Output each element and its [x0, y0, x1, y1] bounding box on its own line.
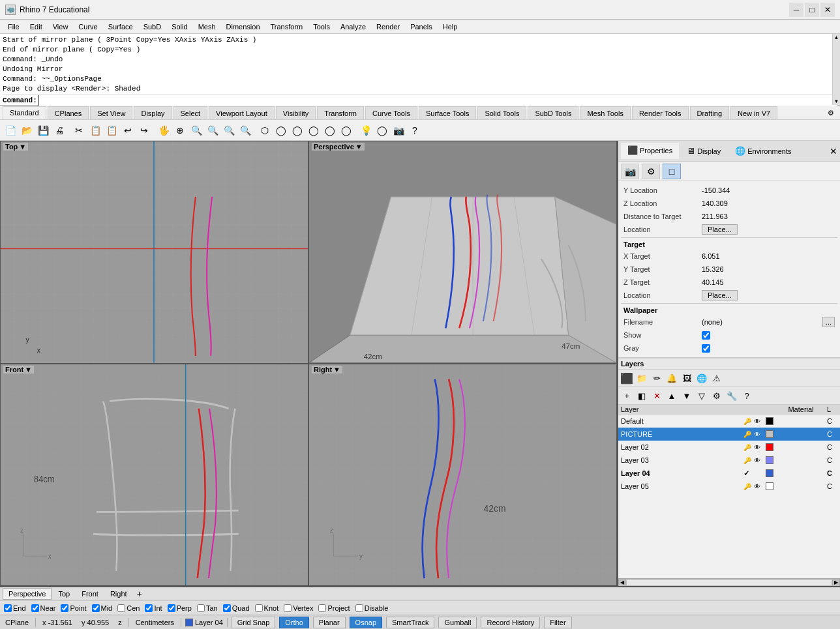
osnap-perp-checkbox[interactable] [168, 604, 175, 612]
layer-new-button[interactable]: ⬛ [620, 371, 634, 385]
viewport-icon-btn[interactable]: □ [663, 164, 681, 179]
osnap-point[interactable]: Point [61, 604, 86, 612]
gray-checkbox[interactable] [702, 344, 710, 353]
scroll-up-arrow[interactable]: ▲ [834, 34, 839, 41]
artmode-button[interactable]: ◯ [338, 123, 354, 138]
layer-filter-btn[interactable]: ▽ [695, 388, 709, 403]
tab-surfacetools[interactable]: Surface Tools [419, 106, 476, 119]
open-button[interactable]: 📂 [19, 123, 35, 138]
viewport-right[interactable]: Right ▼ 42cm y z [308, 364, 617, 587]
osnap-mid[interactable]: Mid [92, 604, 113, 612]
planar-button[interactable]: Planar [313, 617, 346, 628]
filter-button[interactable]: Filter [544, 617, 571, 628]
osnap-knot-checkbox[interactable] [255, 604, 263, 612]
osnap-knot[interactable]: Knot [255, 604, 279, 612]
wire-button[interactable]: ⬡ [257, 123, 273, 138]
tab-subdtools[interactable]: SubD Tools [528, 106, 578, 119]
tab-viewportlayout[interactable]: Viewport Layout [209, 106, 275, 119]
layer-add-btn[interactable]: + [620, 388, 634, 403]
layer-row-03[interactable]: Layer 03 🔑 👁 C [618, 454, 840, 467]
vp-tab-front[interactable]: Front [76, 588, 104, 600]
menu-surface[interactable]: Surface [103, 20, 138, 34]
viewport-perspective-label[interactable]: Perspective ▼ [312, 143, 365, 151]
toolbar-settings-icon[interactable]: ⚙ [824, 106, 837, 119]
vp-tab-top[interactable]: Top [53, 588, 75, 600]
layer-row-05[interactable]: Layer 05 🔑 👁 C [618, 480, 840, 493]
tab-display[interactable]: Display [134, 106, 172, 119]
material-button[interactable]: ◯ [374, 123, 390, 138]
menu-render[interactable]: Render [371, 20, 405, 34]
layer-color-03[interactable] [766, 456, 773, 464]
maximize-button[interactable]: □ [805, 3, 819, 17]
viewport-right-dropdown[interactable]: ▼ [333, 366, 340, 373]
osnap-vertex[interactable]: Vertex [284, 604, 313, 612]
tab-visibility[interactable]: Visibility [276, 106, 316, 119]
viewport-right-label[interactable]: Right ▼ [312, 366, 342, 373]
viewport-perspective[interactable]: Perspective ▼ 47cm 42cm [308, 141, 617, 364]
osnap-mid-checkbox[interactable] [92, 604, 100, 612]
layer-dup-btn[interactable]: ◧ [635, 388, 649, 403]
osnap-point-checkbox[interactable] [61, 604, 68, 612]
osnap-button[interactable]: Osnap [350, 617, 382, 628]
tab-drafting[interactable]: Drafting [690, 106, 730, 119]
minimize-button[interactable]: ─ [789, 3, 803, 17]
layer-bell-button[interactable]: 🔔 [665, 371, 679, 385]
rendered-button[interactable]: ◯ [290, 123, 305, 138]
menu-panels[interactable]: Panels [405, 20, 438, 34]
layer-globe-button[interactable]: 🌐 [695, 371, 709, 385]
viewport-top-dropdown[interactable]: ▼ [19, 143, 26, 151]
viewport-top-label[interactable]: Top ▼ [3, 143, 28, 151]
layer-color-04[interactable] [766, 469, 773, 477]
layer-down-btn[interactable]: ▼ [680, 388, 694, 403]
osnap-end-checkbox[interactable] [4, 604, 12, 612]
osnap-near-checkbox[interactable] [31, 604, 39, 612]
menu-dimension[interactable]: Dimension [221, 20, 265, 34]
camera-button[interactable]: 📷 [391, 123, 406, 138]
osnap-int[interactable]: Int [145, 604, 162, 612]
tab-select[interactable]: Select [173, 106, 208, 119]
location2-place-button[interactable]: Place... [702, 290, 738, 300]
osnap-perp[interactable]: Perp [168, 604, 192, 612]
layer-color-default[interactable] [766, 417, 773, 425]
menu-analyze[interactable]: Analyze [335, 20, 371, 34]
osnap-int-checkbox[interactable] [145, 604, 153, 612]
vp-add-tab-button[interactable]: + [134, 588, 145, 600]
layer-color-picture[interactable] [766, 430, 773, 438]
undo-button[interactable]: ↩ [120, 123, 136, 138]
layer-folder-button[interactable]: 📁 [635, 371, 649, 385]
menu-file[interactable]: File [3, 20, 25, 34]
command-input[interactable] [38, 95, 837, 106]
osnap-tan[interactable]: Tan [197, 604, 218, 612]
viewport-top[interactable]: Top ▼ x y [0, 141, 308, 364]
tab-curvetools[interactable]: Curve Tools [365, 106, 417, 119]
layer-edit-button[interactable]: ✏ [650, 371, 664, 385]
vp-tab-right[interactable]: Right [105, 588, 132, 600]
viewport-front[interactable]: Front ▼ [0, 364, 308, 587]
layer-settings1-btn[interactable]: ⚙ [710, 388, 724, 403]
menu-help[interactable]: Help [438, 20, 463, 34]
tab-properties[interactable]: ⬛ Properties [621, 143, 679, 159]
osnap-end[interactable]: End [4, 604, 26, 612]
layer-indicator[interactable]: Layer 04 [185, 619, 223, 626]
tab-cplanes[interactable]: CPlanes [48, 106, 89, 119]
menu-transform[interactable]: Transform [265, 20, 308, 34]
ortho-button[interactable]: Ortho [279, 617, 309, 628]
layer-alert-button[interactable]: ⚠ [710, 371, 724, 385]
show-checkbox[interactable] [702, 331, 710, 340]
layer-row-02[interactable]: Layer 02 🔑 👁 C [618, 441, 840, 454]
tab-display-panel[interactable]: 🖥 Display [680, 143, 727, 158]
panel-scroll-track[interactable] [626, 579, 832, 586]
vp-tab-perspective[interactable]: Perspective [3, 588, 52, 600]
panel-scroll-left[interactable]: ◀ [618, 579, 626, 587]
panel-close-button[interactable]: ✕ [830, 146, 837, 156]
gumball-button[interactable]: Gumball [438, 617, 477, 628]
osnap-tan-checkbox[interactable] [197, 604, 205, 612]
pan-button[interactable]: 🖐 [156, 123, 172, 138]
osnap-cen-checkbox[interactable] [117, 604, 125, 612]
zoom-in-button[interactable]: 🔍 [188, 123, 204, 138]
osnap-project[interactable]: Project [318, 604, 350, 612]
zoom-out-button[interactable]: 🔍 [205, 123, 220, 138]
menu-curve[interactable]: Curve [73, 20, 102, 34]
osnap-disable[interactable]: Disable [355, 604, 389, 612]
tab-newinv7[interactable]: New in V7 [730, 106, 777, 119]
